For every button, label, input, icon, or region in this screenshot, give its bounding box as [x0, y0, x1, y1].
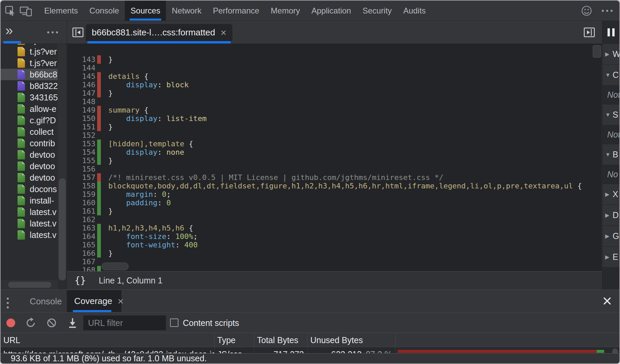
code-text[interactable]: font-size: 100%;: [108, 232, 198, 241]
file-tree-item[interactable]: allow-e: [1, 103, 58, 115]
panel-tab-network[interactable]: Network: [166, 1, 207, 21]
file-tree-item[interactable]: devtoo: [1, 172, 58, 183]
url-filter-input[interactable]: [83, 315, 166, 330]
editor-vertical-scrollbar-thumb[interactable]: [593, 45, 601, 58]
line-number[interactable]: 152: [67, 131, 95, 140]
debugger-section-w[interactable]: ▶W: [602, 44, 619, 65]
line-number[interactable]: 165: [67, 241, 95, 249]
column-header-unused-bytes[interactable]: Unused Bytes: [308, 333, 396, 347]
navigator-more-tabs-button[interactable]: »: [5, 23, 13, 38]
line-number[interactable]: 159: [67, 190, 95, 199]
line-number[interactable]: 157: [67, 173, 95, 182]
line-number[interactable]: 153: [67, 140, 95, 148]
line-number[interactable]: 150: [67, 114, 95, 123]
code-text[interactable]: blockquote,body,dd,dl,dt,fieldset,figure…: [108, 182, 582, 190]
debugger-section-c[interactable]: ▼C: [602, 65, 619, 86]
editor-file-tab[interactable]: b66bc881.site-l….css:formatted ×: [86, 24, 232, 41]
debugger-section-d[interactable]: ▶D: [602, 205, 619, 226]
file-tree-item[interactable]: latest.v: [1, 229, 58, 241]
line-number[interactable]: 149: [67, 106, 95, 114]
stop-recording-button[interactable]: [6, 318, 15, 327]
navigator-overflow-menu-icon[interactable]: [47, 31, 58, 33]
line-number[interactable]: 168: [67, 266, 95, 271]
file-tree-item[interactable]: t.js?ver: [1, 46, 58, 57]
line-number[interactable]: 147: [67, 89, 95, 97]
file-tree-item[interactable]: contrib: [1, 138, 58, 149]
line-number[interactable]: 161: [67, 207, 95, 215]
device-toolbar-icon[interactable]: [20, 5, 32, 17]
column-header-type[interactable]: Type: [215, 333, 254, 347]
debugger-section-s[interactable]: ▼S: [602, 104, 619, 125]
code-text[interactable]: [hidden],template {: [108, 140, 193, 148]
code-text[interactable]: }: [108, 207, 113, 215]
panel-tab-sources[interactable]: Sources: [125, 1, 166, 21]
code-text[interactable]: display: none: [108, 148, 184, 156]
code-text[interactable]: margin: 0;: [108, 190, 171, 199]
code-text[interactable]: }: [108, 123, 113, 131]
file-tree-item[interactable]: collect: [1, 126, 58, 138]
line-number[interactable]: 160: [67, 199, 95, 207]
file-tree-item[interactable]: 343165: [1, 92, 58, 103]
scrollbar-thumb[interactable]: [8, 282, 51, 288]
file-tree-item[interactable]: docons: [1, 183, 58, 195]
line-number[interactable]: 162: [67, 215, 95, 224]
drawer-menu-icon[interactable]: [7, 298, 9, 308]
panel-tab-application[interactable]: Application: [306, 1, 357, 21]
line-number[interactable]: 144: [67, 64, 95, 72]
line-number[interactable]: 146: [67, 81, 95, 89]
inspect-element-icon[interactable]: [5, 5, 16, 17]
panel-tab-memory[interactable]: Memory: [265, 1, 306, 21]
drawer-tab-coverage[interactable]: Coverage ×: [67, 290, 121, 312]
code-text[interactable]: }: [108, 55, 113, 64]
file-tree-item[interactable]: install-: [1, 195, 58, 206]
code-text[interactable]: details {: [108, 72, 148, 81]
column-header-url[interactable]: URL: [1, 333, 215, 347]
file-tree-item[interactable]: b8d322: [1, 80, 58, 92]
editor-horizontal-scrollbar-thumb[interactable]: [102, 263, 129, 270]
panel-tab-performance[interactable]: Performance: [207, 1, 265, 21]
line-number[interactable]: 143: [67, 55, 95, 64]
code-text[interactable]: }: [108, 249, 113, 257]
code-text[interactable]: padding: 0: [108, 199, 171, 207]
export-download-icon[interactable]: [66, 317, 79, 329]
scrollbar-thumb[interactable]: [59, 178, 66, 280]
line-number[interactable]: 151: [67, 123, 95, 131]
line-number[interactable]: 156: [67, 165, 95, 173]
line-number[interactable]: 145: [67, 72, 95, 81]
file-tree-item[interactable]: b66bc8: [1, 69, 58, 80]
panel-tab-elements[interactable]: Elements: [38, 1, 84, 21]
file-tree-item[interactable]: t.js?ver: [1, 57, 58, 69]
hide-navigator-icon[interactable]: [72, 27, 84, 38]
navigator-horizontal-scrollbar[interactable]: [1, 280, 58, 290]
pause-script-execution-button[interactable]: [602, 21, 619, 43]
line-number[interactable]: 155: [67, 156, 95, 165]
code-text[interactable]: display: list-item: [108, 114, 206, 123]
code-text[interactable]: }: [108, 156, 113, 165]
close-file-tab-icon[interactable]: ×: [221, 28, 227, 38]
reload-icon[interactable]: [25, 317, 37, 329]
close-coverage-tab-icon[interactable]: ×: [118, 296, 124, 306]
navigator-vertical-scrollbar[interactable]: [58, 44, 66, 280]
file-tree-item[interactable]: c.gif?D: [1, 115, 58, 126]
code-text[interactable]: h1,h2,h3,h4,h5,h6 {: [108, 224, 193, 232]
code-text[interactable]: summary {: [108, 106, 148, 114]
code-viewport[interactable]: 143}144145details {146 display: block147…: [67, 44, 602, 271]
panel-tab-security[interactable]: Security: [357, 1, 398, 21]
content-scripts-checkbox[interactable]: [170, 318, 178, 327]
panel-tab-audits[interactable]: Audits: [397, 1, 431, 21]
column-header-total-bytes[interactable]: Total Bytes: [254, 333, 308, 347]
debugger-section-g[interactable]: ▶G: [602, 226, 619, 247]
line-number[interactable]: 148: [67, 97, 95, 106]
close-drawer-icon[interactable]: [602, 296, 612, 306]
panel-tab-console[interactable]: Console: [84, 1, 125, 21]
drawer-tab-console[interactable]: Console: [30, 290, 62, 312]
debugger-section-x[interactable]: ▶X: [602, 184, 619, 205]
pretty-print-icon[interactable]: {}: [75, 275, 86, 286]
file-tree-item[interactable]: latest.v: [1, 218, 58, 229]
line-number[interactable]: 164: [67, 232, 95, 241]
clear-icon[interactable]: [46, 317, 58, 329]
code-text[interactable]: display: block: [108, 81, 189, 89]
code-text[interactable]: }: [108, 89, 113, 97]
debugger-section-e[interactable]: ▶E: [602, 247, 619, 268]
more-menu-icon[interactable]: [602, 10, 613, 12]
